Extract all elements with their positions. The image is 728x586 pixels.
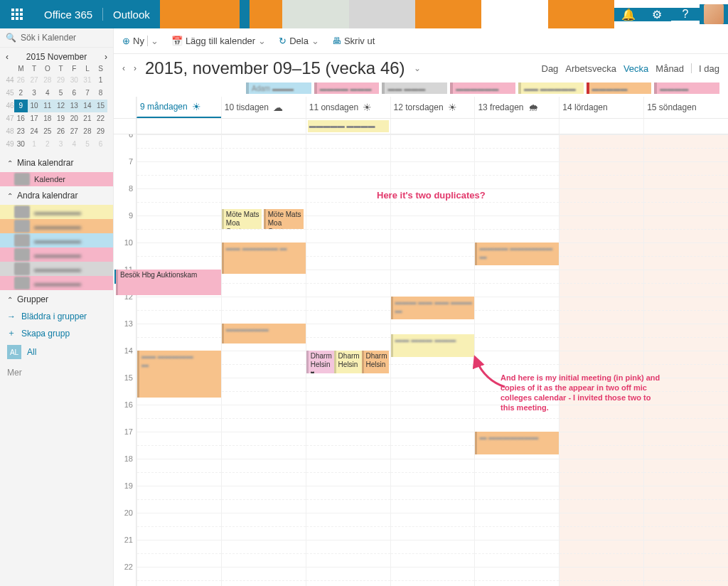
mini-day[interactable]: 25 (41, 125, 54, 138)
mini-day[interactable]: 26 (54, 125, 68, 138)
view-month[interactable]: Månad (655, 63, 684, 74)
mini-day[interactable]: 27 (28, 74, 41, 87)
calendar-chip[interactable]: ▬▬▬▬ (654, 82, 719, 94)
calendar-chip[interactable]: ▬▬▬▬▬▬ (450, 82, 515, 94)
account-button[interactable] (700, 4, 728, 24)
day-header[interactable]: 15 söndagen (643, 97, 728, 118)
calendar-event[interactable]: DharmHelsin (334, 351, 362, 373)
mini-day[interactable]: 6 (68, 87, 81, 100)
add-calendar-button[interactable]: 📅Lägg till kalender⌄ (171, 36, 266, 46)
calendar-chip[interactable]: ▬▬▬▬ ▬▬▬ (314, 82, 380, 94)
more-link[interactable]: Mer (0, 362, 113, 380)
mini-day[interactable]: 14 (81, 100, 95, 112)
calendar-event[interactable]: ▬▬▬ ▬▬ ▬▬ ▬▬▬▬ (391, 297, 475, 319)
mini-day[interactable]: 3 (54, 138, 68, 151)
day-header[interactable]: 13 fredagen🌧 (474, 97, 559, 118)
mini-day[interactable]: 2 (14, 87, 28, 100)
mini-day[interactable]: 1 (28, 138, 41, 151)
mini-day[interactable]: 29 (94, 125, 107, 138)
chevron-down-icon[interactable]: ⌄ (414, 63, 421, 73)
calendar-chip[interactable]: Adam ▬▬▬ (246, 82, 311, 94)
date-range-title[interactable]: 2015, november 09–15 (vecka 46) (145, 58, 405, 78)
day-header[interactable]: 12 torsdagen☀ (390, 97, 475, 118)
day-column[interactable] (643, 134, 728, 586)
calendar-search[interactable]: 🔍 Sök i Kalender (0, 28, 113, 48)
mini-day[interactable]: 3 (28, 87, 41, 100)
mini-day[interactable]: 4 (68, 138, 81, 151)
day-column[interactable] (559, 134, 643, 586)
help-button[interactable]: ? (671, 8, 700, 21)
calendar-event[interactable]: ▬ ▬▬▬▬▬▬▬ (475, 432, 559, 454)
mini-day[interactable]: 23 (14, 125, 28, 138)
calendar-event[interactable]: DharmHelsin ♥ (306, 351, 334, 373)
mini-day[interactable]: 28 (41, 74, 54, 87)
browse-groups-link[interactable]: →Bläddra i grupper (0, 309, 113, 324)
my-calendars-toggle[interactable]: Mina kalendrar (0, 154, 113, 172)
chevron-down-icon[interactable]: ⌄ (147, 36, 159, 46)
day-column[interactable]: DharmHelsin ♥DharmHelsinDharmHelsin (306, 134, 390, 586)
mini-day[interactable]: 24 (28, 125, 41, 138)
prev-week-button[interactable]: ‹ (122, 63, 125, 73)
mini-day[interactable]: 31 (81, 74, 95, 87)
mini-day[interactable]: 20 (68, 112, 81, 125)
day-column[interactable]: ▬▬▬▬ ▬▬▬▬▬▬▬▬ ▬▬▬▬▬▬▬ (474, 134, 559, 586)
mini-day[interactable]: 8 (94, 87, 107, 100)
calendar-event[interactable]: DharmHelsin (362, 351, 390, 373)
mini-day[interactable]: 5 (81, 138, 95, 151)
mini-day[interactable]: 6 (94, 138, 107, 151)
calendar-chip[interactable]: ▬▬ ▬▬▬▬▬ (518, 82, 584, 94)
mini-day[interactable]: 30 (68, 74, 81, 87)
allday-event[interactable]: ▬▬▬▬▬ ▬▬▬▬ ▬▬▬ (308, 120, 389, 132)
view-week[interactable]: Vecka (623, 63, 648, 74)
mini-day[interactable]: 4 (41, 87, 54, 100)
calendar-item[interactable]: ▬▬▬▬▬▬ (0, 233, 113, 247)
mini-day[interactable]: 27 (68, 125, 81, 138)
calendar-event[interactable]: Besök Hbg Auktionskam (116, 270, 221, 295)
calendar-item[interactable]: ▬▬▬▬▬▬ (0, 219, 113, 233)
mini-day[interactable]: 1 (94, 74, 107, 87)
calendar-event[interactable]: ▬▬ ▬▬▬▬▬ ▬ (222, 243, 306, 274)
calendar-event[interactable]: Möte MatsMoa Gusta (222, 209, 262, 229)
calendar-event[interactable]: ▬▬▬▬▬▬ (222, 324, 306, 343)
mini-day[interactable]: 16 (14, 112, 28, 125)
day-header[interactable]: 14 lördagen (559, 97, 643, 118)
mini-day[interactable]: 2 (41, 138, 54, 151)
calendar-event[interactable]: ▬▬▬▬ ▬▬▬▬▬▬▬ (475, 243, 559, 265)
other-calendars-toggle[interactable]: Andra kalendrar (0, 186, 113, 205)
mini-day[interactable]: 28 (81, 125, 95, 138)
create-group-link[interactable]: ＋Skapa grupp (0, 324, 113, 342)
day-column[interactable]: Möte MatsMoa GustaMöte MatsMoa Gusta▬▬ ▬… (221, 134, 306, 586)
settings-button[interactable]: ⚙ (643, 8, 671, 21)
mini-day[interactable]: 29 (54, 74, 68, 87)
view-day[interactable]: Dag (542, 63, 559, 74)
day-column[interactable]: ▬▬▬ ▬▬ ▬▬ ▬▬▬▬▬▬ ▬▬▬ ▬▬▬ (390, 134, 475, 586)
calendar-item[interactable]: ▬▬▬▬▬▬ (0, 276, 113, 290)
mini-day[interactable]: 21 (81, 112, 95, 125)
app-launcher-button[interactable] (0, 0, 34, 28)
all-group-item[interactable]: ALAll (0, 342, 113, 362)
day-column[interactable]: 11:00Besök Hbg Auktionskam▬▬ ▬▬▬▬▬▬ (136, 134, 221, 586)
calendar-chip[interactable]: ▬▬ ▬▬▬ (382, 82, 447, 94)
calendar-event[interactable]: ▬▬ ▬▬▬▬▬▬ (137, 351, 221, 398)
notifications-button[interactable]: 🔔 (614, 8, 643, 21)
mini-day[interactable]: 12 (54, 100, 68, 112)
groups-toggle[interactable]: Grupper (0, 290, 113, 309)
next-week-button[interactable]: › (134, 63, 136, 73)
mini-day[interactable]: 22 (94, 112, 107, 125)
share-button[interactable]: ↻Dela⌄ (279, 36, 319, 46)
mini-day[interactable]: 19 (54, 112, 68, 125)
new-button[interactable]: ⊕Ny⌄ (122, 36, 159, 46)
app-label[interactable]: Outlook (113, 9, 150, 21)
o365-label[interactable]: Office 365 (44, 9, 92, 21)
calendar-item[interactable]: ▬▬▬▬▬▬ (0, 262, 113, 276)
calendar-item[interactable]: ▬▬▬▬▬▬ (0, 247, 113, 262)
mini-day[interactable]: 30 (14, 138, 28, 151)
time-grid[interactable]: 678910111213141516171819202122 11:00Besö… (114, 134, 728, 586)
mini-day[interactable]: 18 (41, 112, 54, 125)
mini-day[interactable]: 9 (14, 100, 28, 112)
day-header[interactable]: 9 måndagen☀ (136, 97, 221, 118)
mini-prev[interactable]: ‹ (6, 52, 9, 62)
mini-day[interactable]: 26 (14, 74, 28, 87)
calendar-chip[interactable]: ▬▬▬▬▬ (587, 82, 652, 94)
mini-title[interactable]: 2015 November (26, 52, 87, 62)
